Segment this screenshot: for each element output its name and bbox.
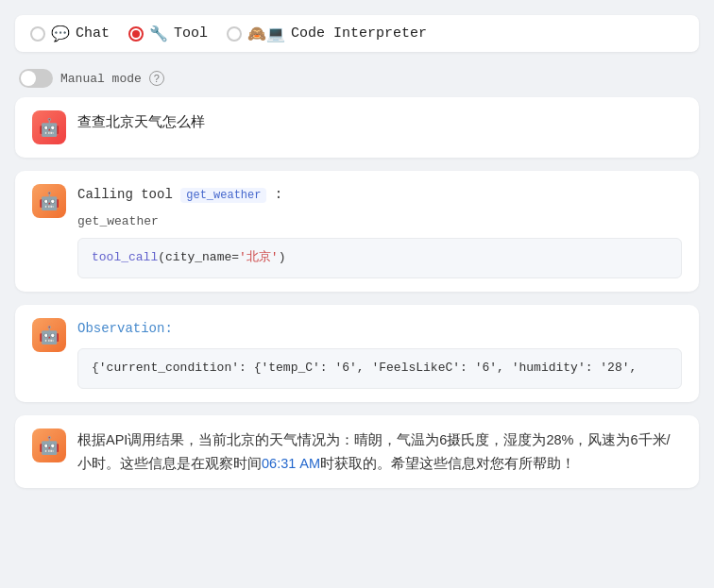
observation-header: Observation: [77,318,682,339]
manual-mode-label: Manual mode [60,72,142,86]
tool-label: Tool [174,25,208,42]
final-time-highlight: 06:31 AM [262,456,320,471]
calling-prefix: Calling tool [77,187,173,202]
user-message: 🤖 查查北京天气怎么样 [15,97,699,158]
final-part-3: 时获取的。希望这些信息对您有所帮助！ [320,456,575,471]
calling-tool-header: Calling tool get_weather : [77,184,682,205]
fn-name: tool_call [92,250,158,264]
final-message-content: 根据API调用结果，当前北京的天气情况为：晴朗，气温为6摄氏度，湿度为28%，风… [77,428,682,475]
final-avatar: 🤖 [32,428,66,462]
param-val: '北京' [239,250,279,264]
tool-icon: 🔧 [149,25,168,42]
top-bar: 💬 Chat 🔧 Tool 🙈💻 Code Interpreter [15,15,699,52]
observation-message: 🤖 Observation: {'current_condition': {'t… [15,305,699,402]
open-paren: ( [158,250,165,264]
observation-code-text: {'current_condition': {'temp_C': '6', 'F… [92,361,637,375]
chat-area: 🤖 查查北京天气怎么样 🤖 Calling tool get_weather :… [15,97,699,488]
tool-code-block: tool_call(city_name='北京') [77,238,682,278]
observation-avatar: 🤖 [32,318,66,352]
help-icon[interactable]: ? [149,71,164,86]
user-avatar: 🤖 [32,110,66,144]
tool-avatar: 🤖 [32,184,66,218]
code-icon: 🙈💻 [247,25,285,42]
radio-code-interpreter[interactable]: 🙈💻 Code Interpreter [227,25,427,42]
tool-name-badge: get_weather [180,188,266,203]
observation-code-block: {'current_condition': {'temp_C': '6', 'F… [77,348,682,389]
manual-mode-toggle[interactable] [19,69,53,88]
radio-chat[interactable]: 💬 Chat [30,25,110,42]
final-message-text: 根据API调用结果，当前北京的天气情况为：晴朗，气温为6摄氏度，湿度为28%，风… [77,432,671,471]
final-message: 🤖 根据API调用结果，当前北京的天气情况为：晴朗，气温为6摄氏度，湿度为28%… [15,415,699,488]
radio-circle-code [227,26,242,42]
user-message-text: 查查北京天气怎么样 [77,113,205,129]
colon: : [275,187,282,202]
observation-content: Observation: {'current_condition': {'tem… [77,318,682,389]
sub-label: get_weather [77,212,682,232]
chat-icon: 💬 [51,25,70,42]
tool-calling-content: Calling tool get_weather : get_weather t… [77,184,682,278]
close-paren: ) [279,250,286,264]
radio-tool[interactable]: 🔧 Tool [128,25,208,42]
manual-mode-bar: Manual mode ? [15,65,699,97]
code-interpreter-label: Code Interpreter [291,25,427,42]
param-key: city_name= [165,250,239,264]
tool-calling-message: 🤖 Calling tool get_weather : get_weather… [15,171,699,292]
radio-circle-chat [30,26,45,42]
radio-circle-tool [128,26,144,42]
user-message-content: 查查北京天气怎么样 [77,110,682,133]
chat-label: Chat [76,25,110,42]
